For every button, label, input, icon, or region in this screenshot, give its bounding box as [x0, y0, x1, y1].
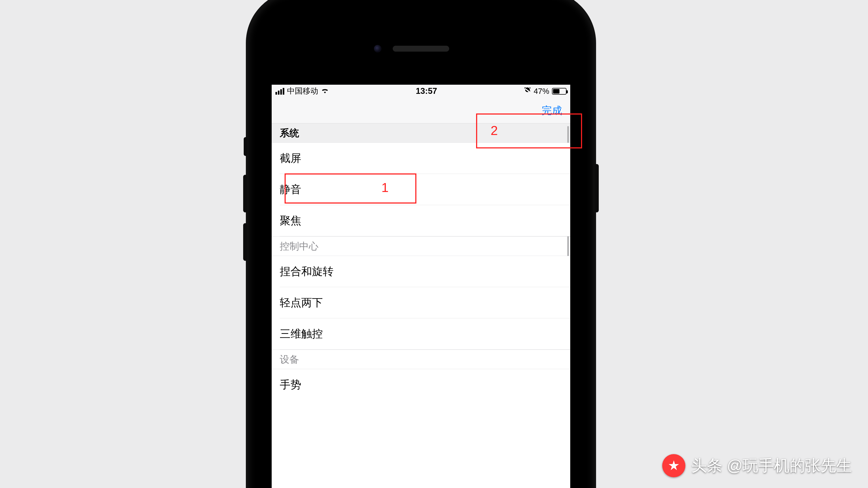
section-header-control-center: 控制中心: [272, 236, 570, 256]
cell-screenshot[interactable]: 截屏: [280, 143, 570, 174]
volume-down-button: [243, 223, 247, 261]
cell-pinch-rotate[interactable]: 捏合和旋转: [280, 256, 570, 287]
watermark: 头条 @玩手机的张先生: [662, 454, 852, 477]
status-bar: 中国移动 13:57 47%: [272, 85, 570, 98]
clock-label: 13:57: [329, 86, 524, 96]
cell-gestures[interactable]: 手势: [280, 369, 570, 400]
watermark-logo-icon: [662, 454, 685, 477]
section-header-system: 系统: [272, 123, 570, 143]
mute-switch: [244, 137, 247, 156]
earpiece-speaker: [393, 46, 449, 52]
wifi-icon: [321, 87, 329, 95]
signal-bars-icon: [275, 88, 284, 95]
cell-3d-touch[interactable]: 三维触控: [280, 318, 570, 350]
battery-icon: [552, 88, 566, 95]
power-button: [594, 164, 599, 213]
watermark-text: 头条 @玩手机的张先生: [691, 455, 852, 476]
cell-focus[interactable]: 聚焦: [280, 205, 570, 236]
cell-mute[interactable]: 静音: [280, 174, 570, 205]
section-header-device: 设备: [272, 350, 570, 369]
phone-bezel: 中国移动 13:57 47%: [262, 7, 580, 488]
phone-chassis: 中国移动 13:57 47%: [247, 0, 594, 488]
cell-double-tap[interactable]: 轻点两下: [280, 287, 570, 318]
alarm-icon: [524, 87, 531, 96]
battery-pct-label: 47%: [534, 87, 549, 96]
done-button[interactable]: 完成: [542, 103, 562, 117]
nav-bar: 完成: [272, 98, 570, 123]
volume-up-button: [243, 175, 247, 213]
settings-list[interactable]: 系统 截屏 静音 聚焦 控制中心 捏合和旋转 轻点两下 三维触控 设备 手势: [272, 123, 570, 400]
front-camera: [374, 45, 381, 53]
carrier-label: 中国移动: [287, 86, 318, 97]
phone-screen: 中国移动 13:57 47%: [272, 85, 570, 488]
